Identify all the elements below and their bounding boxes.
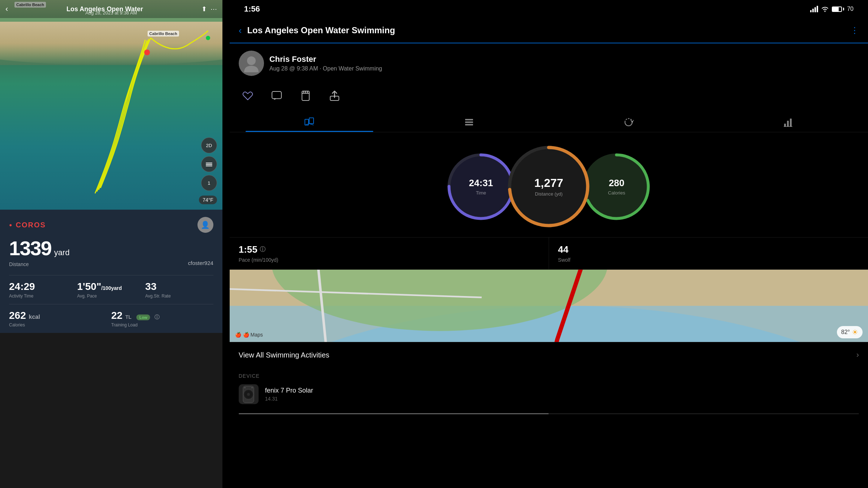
svg-rect-4 xyxy=(206,166,212,166)
share-icon[interactable]: ⬆ xyxy=(201,5,207,13)
view-all-swimming-row[interactable]: View All Swimming Activities › xyxy=(230,342,868,368)
sun-icon: ☀ xyxy=(852,328,858,337)
like-button[interactable] xyxy=(239,87,257,105)
save-button[interactable] xyxy=(297,87,315,105)
activity-time-value: 24:29 xyxy=(9,281,77,292)
activity-time-label: Activity Time xyxy=(9,294,77,299)
svg-rect-10 xyxy=(272,91,281,99)
svg-rect-15 xyxy=(465,119,473,120)
lap-button[interactable]: 1 xyxy=(201,175,217,191)
tab-list[interactable] xyxy=(389,112,549,132)
activity-title: Los Angeles Open Water Swimming xyxy=(247,25,845,35)
training-load-value: 22 TL Low ⓘ xyxy=(111,310,213,321)
svg-rect-19 xyxy=(787,121,789,127)
svg-rect-37 xyxy=(251,387,253,388)
calories-circle-label: Calories xyxy=(608,190,625,196)
more-button[interactable]: ⋮ xyxy=(850,25,859,35)
calories-circle-value: 280 xyxy=(609,177,624,189)
more-icon[interactable]: ⋯ xyxy=(210,5,217,13)
user-meta: Aug 28 @ 9:38 AM · Open Water Swimming xyxy=(269,65,382,72)
svg-rect-20 xyxy=(790,119,792,127)
device-version: 14.31 xyxy=(265,396,859,402)
device-section: DEVICE fenix 7 Pro Solar 14.31 xyxy=(230,368,868,418)
tab-laps[interactable] xyxy=(549,112,708,132)
training-load-label: Training Load xyxy=(111,322,213,328)
stats-grid: 24:29 Activity Time 1'50"/100yard Avg. P… xyxy=(9,275,213,299)
svg-rect-18 xyxy=(784,124,786,127)
time-circle-label: Time xyxy=(476,190,486,196)
user-info: Chris Foster Aug 28 @ 9:38 AM · Open Wat… xyxy=(269,55,382,72)
layers-button[interactable] xyxy=(201,156,217,172)
spacer-left xyxy=(222,0,230,488)
avg-stroke-value: 33 xyxy=(145,281,213,292)
avg-pace-stat: 1'50"/100yard Avg. Pace xyxy=(77,281,145,299)
back-button[interactable]: ‹ xyxy=(239,25,242,36)
map-thumbnail[interactable]: 🍎 🍎 Maps 82° ☀ xyxy=(230,270,868,342)
avg-pace-label: Avg. Pace xyxy=(77,294,145,299)
activity-time-stat: 24:29 Activity Time xyxy=(9,281,77,299)
user-name: Chris Foster xyxy=(269,55,382,64)
status-icons: 70 xyxy=(810,6,854,12)
share-button[interactable] xyxy=(326,87,344,105)
svg-rect-7 xyxy=(814,7,816,12)
device-info: fenix 7 Pro Solar 14.31 xyxy=(265,387,859,402)
device-row: fenix 7 Pro Solar 14.31 xyxy=(239,384,859,404)
map-thumb-svg xyxy=(230,270,868,342)
avatar: 👤 xyxy=(197,217,213,233)
username: cfoster924 xyxy=(9,260,213,266)
maps-label: 🍎 🍎 Maps xyxy=(235,332,263,338)
battery-icon xyxy=(832,7,844,12)
swolf-value: 44 xyxy=(558,244,569,255)
calories-value: 262 kcal xyxy=(9,310,111,321)
svg-rect-14 xyxy=(309,118,314,124)
stats-grid2: 262 kcal Calories 22 TL Low ⓘ Training L… xyxy=(9,304,213,328)
map-back-button[interactable]: ‹ xyxy=(5,4,8,14)
right-panel: 1:56 70 xyxy=(230,0,868,488)
user-avatar xyxy=(239,51,264,76)
device-section-label: DEVICE xyxy=(239,373,859,379)
metrics-row: 1:55 ⓘ Pace (min/100yd) 44 Swolf xyxy=(230,237,868,270)
device-icon xyxy=(239,384,259,404)
device-name: fenix 7 Pro Solar xyxy=(265,387,859,394)
pace-metric: 1:55 ⓘ Pace (min/100yd) xyxy=(230,237,549,269)
swolf-metric: 44 Swolf xyxy=(549,237,868,269)
tab-map[interactable] xyxy=(230,112,389,132)
signal-icon xyxy=(810,6,818,12)
tab-charts[interactable] xyxy=(709,112,868,132)
status-bar: 1:56 70 xyxy=(230,0,868,18)
calories-label: Calories xyxy=(9,322,111,328)
circles-section: 24:31 Time 1,277 Distance (yd) 280 C xyxy=(230,132,868,237)
chevron-right-icon: › xyxy=(856,350,859,360)
pace-info-icon[interactable]: ⓘ xyxy=(260,246,265,253)
svg-point-1 xyxy=(206,36,210,40)
gps-track xyxy=(0,0,222,210)
training-load-stat: 22 TL Low ⓘ Training Load xyxy=(111,310,213,328)
svg-rect-8 xyxy=(817,6,818,12)
map-top-bar: ‹ Los Angeles Open Water Aug 28, 2023 at… xyxy=(0,0,222,18)
svg-point-35 xyxy=(247,393,250,396)
svg-rect-3 xyxy=(206,164,212,165)
temperature-badge-map: 82° ☀ xyxy=(837,326,863,338)
map-controls-right: ⬆ ⋯ xyxy=(201,5,217,13)
action-row xyxy=(230,83,868,112)
distance-unit: yard xyxy=(54,248,70,257)
coros-logo: ● COROS xyxy=(9,221,46,229)
svg-rect-2 xyxy=(206,163,212,163)
apple-maps-icon: 🍎 xyxy=(235,332,241,338)
time-circle-value: 24:31 xyxy=(469,177,493,189)
distance-display: 1339 yard xyxy=(9,236,213,260)
device-progress-fill xyxy=(239,413,549,414)
bottom-spacer xyxy=(230,418,868,488)
svg-rect-6 xyxy=(812,9,814,12)
comment-button[interactable] xyxy=(268,87,286,105)
map-ctrl-btns: 2D 1 xyxy=(201,137,217,191)
avg-stroke-label: Avg.Str. Rate xyxy=(145,294,213,299)
battery-percentage: 70 xyxy=(847,6,854,12)
distance-value: 1339 xyxy=(9,236,51,260)
map-area: ‹ Los Angeles Open Water Aug 28, 2023 at… xyxy=(0,0,222,210)
2d-button[interactable]: 2D xyxy=(201,137,217,153)
view-all-label: View All Swimming Activities xyxy=(239,351,329,359)
avg-stroke-stat: 33 Avg.Str. Rate xyxy=(145,281,213,299)
tab-bar xyxy=(230,112,868,132)
pace-value: 1:55 xyxy=(239,244,258,255)
